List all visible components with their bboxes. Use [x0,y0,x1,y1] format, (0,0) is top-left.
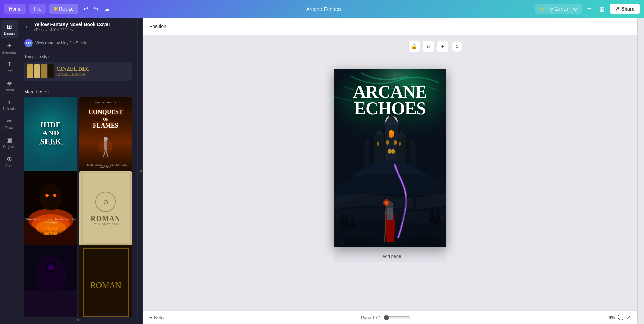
book-cover[interactable]: ARCANE ECHOES [334,69,446,247]
canvas-area: Position 🔒 ⧉ + ↻ [143,18,637,324]
svg-point-15 [39,184,62,211]
sidebar-item-design[interactable]: ⊞ Design [1,20,18,38]
canvas-scroll[interactable]: 🔒 ⧉ + ↻ [143,35,637,310]
template-style-label: Template style [24,54,132,59]
font-preview: CINZEL DEC CINZEL DECOR [56,66,129,77]
left-panel: ← Yellow Fantasy Novel Book Cover eBook … [19,18,138,324]
cover-title: ARCANE ECHOES [334,83,446,117]
svg-rect-58 [410,146,416,168]
share-icon: ↗ [615,6,619,12]
fullscreen-button[interactable]: ⤢ [626,314,630,321]
cloud-save-button[interactable]: ☁ [102,4,112,14]
panel-main-title: Yellow Fantasy Novel Book Cover [34,22,132,27]
apps-icon: ⊕ [7,155,12,163]
svg-point-16 [45,194,49,197]
svg-rect-55 [399,142,401,146]
svg-point-9 [99,140,112,154]
panel-back-button[interactable]: ← [24,23,31,31]
undo-redo-group: ↩ ↪ ☁ [81,4,112,14]
canvas-float-controls: 🔒 ⧉ + ↻ [317,41,463,52]
swatch-3 [41,64,47,78]
template-thumb-roman[interactable]: ⊙ ROMAN BY OLIVIA WILSON [79,171,132,246]
share-button[interactable]: ↗ Share [610,4,640,14]
lock-button[interactable]: 🔒 [408,41,420,52]
svg-rect-18 [79,171,132,246]
add-page-button[interactable]: + Add page [334,250,446,262]
design-icon: ⊞ [7,23,12,31]
panel-title-section: Yellow Fantasy Novel Book Cover eBook • … [34,22,132,32]
crown-icon: ♛ [540,6,545,12]
template-grid: HIDEANDSEEK BY OLIVIA WILSON SHAWN GARCI… [19,97,137,317]
sidebar-item-label: Elements [2,51,17,54]
copy-button[interactable]: ⧉ [423,41,434,52]
chart-button[interactable]: ▦ [596,4,607,14]
resize-button[interactable]: Resize [49,4,78,14]
author-link[interactable]: View more by Hey Jai Studio [35,41,87,45]
svg-rect-54 [377,142,379,146]
sidebar-item-text[interactable]: T Text [1,58,18,76]
sidebar-item-label: Draw [5,126,13,130]
panel-header: ← Yellow Fantasy Novel Book Cover eBook … [19,18,137,36]
main-layout: ⊞ Design ✦ Elements T Text ◈ Brand ↑ Upl… [0,18,644,324]
sidebar-item-apps[interactable]: ⊕ Apps [1,153,18,170]
svg-rect-47 [394,140,397,145]
template-thumb-conquest-of-flames[interactable]: SHAWN GARCIA CONQUESTOFFLAMES THE CHRONI… [79,97,132,172]
page-slider[interactable] [384,315,411,320]
sidebar-item-elements[interactable]: ✦ Elements [1,39,18,57]
undo-button[interactable]: ↩ [81,4,90,14]
sidebar-item-uploads[interactable]: ↑ Uploads [1,96,18,113]
sidebar-item-label: Design [4,32,15,35]
svg-rect-46 [386,140,389,145]
text-icon: T [7,61,11,68]
template-thumb-gold-1[interactable]: ROMAN [79,245,132,317]
redo-button[interactable]: ↪ [92,4,101,14]
swatch-4 [48,64,54,78]
sidebar-item-draw[interactable]: ✏ Draw [1,115,18,132]
svg-point-74 [383,199,390,206]
add-element-button[interactable]: + [437,41,448,52]
icon-sidebar: ⊞ Design ✦ Elements T Text ◈ Brand ↑ Upl… [0,18,19,324]
svg-rect-45 [389,130,394,138]
rotate-button[interactable]: ↻ [451,41,463,52]
file-button[interactable]: File [29,4,46,14]
svg-point-17 [53,194,56,197]
top-navbar: Home File Resize ↩ ↪ ☁ Arcane Echoes ♛ T… [0,0,644,18]
template-thumb-hide-and-seek[interactable]: HIDEANDSEEK BY OLIVIA WILSON [24,97,77,172]
try-pro-button[interactable]: ♛ Try Canva Pro [535,4,582,14]
swatch-2 [34,64,40,78]
home-button[interactable]: Home [4,4,26,14]
collapse-handle[interactable]: ◀ [138,18,143,324]
bottom-right: 29% ⛶ ⤢ [606,314,630,321]
page-info: Page 1 / 1 [361,315,381,320]
svg-point-25 [48,264,54,270]
svg-point-23 [36,256,66,294]
scroll-down-arrow[interactable]: ▼ [19,317,137,324]
projects-icon: ▣ [6,136,12,144]
draw-icon: ✏ [7,117,12,125]
svg-rect-70 [387,208,393,220]
more-like-this-label: More like this [19,85,137,97]
sidebar-item-label: Projects [3,145,15,149]
svg-rect-49 [391,149,395,154]
brand-icon: ◈ [7,80,12,87]
add-button[interactable]: + [584,4,594,14]
expand-button[interactable]: ⛶ [618,315,623,321]
panel-author: HJ View more by Hey Jai Studio [19,36,137,50]
canvas-toolbar: Position [143,18,637,35]
sidebar-item-label: Brand [5,88,14,92]
sidebar-item-brand[interactable]: ◈ Brand [1,77,18,95]
notes-button[interactable]: ≡ Notes [149,315,166,320]
right-area [637,18,644,324]
template-thumb-dark-1[interactable] [24,245,77,317]
bottom-left: ≡ Notes [149,315,166,320]
font-name-small: CINZEL DECOR [56,72,129,77]
template-style-section: Template style CINZEL DEC CINZEL DECOR [19,50,137,85]
template-thumb-rising-ashes[interactable]: When the law crumbles thin, the ones tha… [24,171,77,246]
sidebar-item-label: Apps [5,164,13,168]
sidebar-item-projects[interactable]: ▣ Projects [1,134,18,151]
template-preview[interactable]: CINZEL DEC CINZEL DECOR [24,62,132,81]
bottom-bar: ≡ Notes Page 1 / 1 29% ⛶ ⤢ [143,310,637,324]
svg-text:ROMAN: ROMAN [90,281,121,290]
sidebar-item-label: Uploads [3,107,16,111]
bottom-center: Page 1 / 1 [361,315,411,320]
